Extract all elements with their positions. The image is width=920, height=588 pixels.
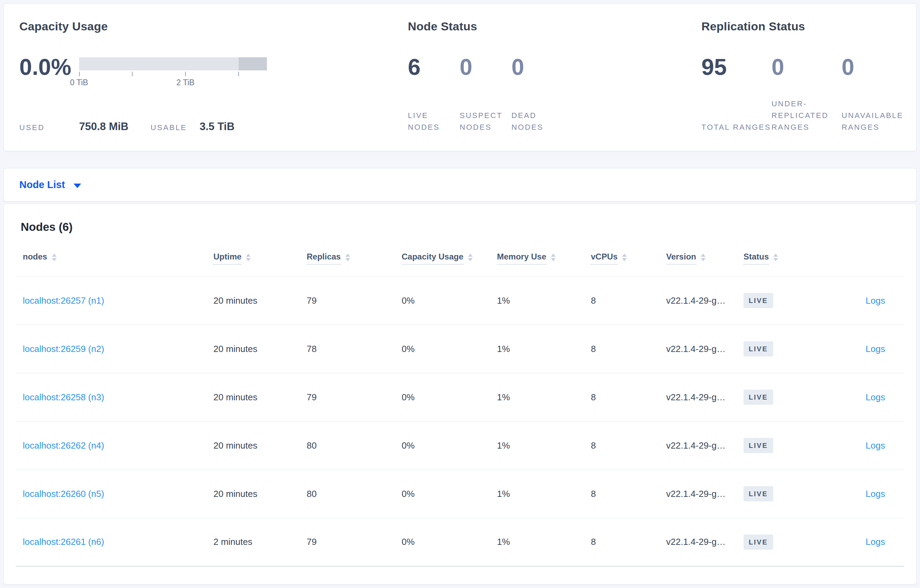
- table-header-row: nodes Uptime Replicas Capacity Usage: [16, 241, 904, 276]
- logs-link[interactable]: Logs: [866, 344, 885, 354]
- capacity-bar-dark-segment: [239, 57, 267, 70]
- capacity-axis-ticks: [79, 70, 267, 76]
- column-header-logs: [833, 241, 904, 276]
- capacity-usage-cell: 0%: [395, 373, 490, 421]
- table-row: localhost:26258 (n3)20 minutes790%1%8v22…: [16, 373, 904, 421]
- sort-icon: [52, 254, 57, 261]
- capacity-usage-section: Capacity Usage 0.0% 0 TiB 2 TiB: [19, 19, 408, 151]
- vcpus-cell: 8: [584, 373, 659, 421]
- uptime-cell: 20 minutes: [207, 276, 300, 325]
- memory-use-cell: 1%: [490, 276, 584, 325]
- suspect-nodes-label: SUSPECT NODES: [460, 110, 512, 133]
- sort-icon: [701, 254, 706, 261]
- status-badge: LIVE: [743, 341, 773, 357]
- sort-icon: [773, 254, 778, 261]
- uptime-cell: 20 minutes: [207, 325, 300, 373]
- capacity-bar: [79, 57, 267, 70]
- node-list-dropdown[interactable]: Node List: [19, 179, 81, 191]
- node-link[interactable]: localhost:26260 (n5): [23, 489, 104, 499]
- logs-link[interactable]: Logs: [866, 536, 885, 547]
- nodes-table-body: localhost:26257 (n1)20 minutes790%1%8v22…: [16, 276, 904, 566]
- column-header-memory-use[interactable]: Memory Use: [490, 241, 584, 276]
- node-link[interactable]: localhost:26258 (n3): [23, 392, 104, 402]
- column-header-uptime[interactable]: Uptime: [207, 241, 300, 276]
- cluster-overview-page: Capacity Usage 0.0% 0 TiB 2 TiB: [0, 0, 920, 588]
- node-list-dropdown-label: Node List: [19, 179, 65, 191]
- column-header-vcpus[interactable]: vCPUs: [584, 241, 659, 276]
- uptime-cell: 2 minutes: [207, 518, 300, 566]
- logs-link[interactable]: Logs: [866, 440, 885, 451]
- node-link[interactable]: localhost:26259 (n2): [23, 344, 104, 354]
- sort-icon: [345, 254, 350, 261]
- vcpus-cell: 8: [584, 518, 659, 566]
- under-replicated-ranges-label: UNDER-REPLICATED RANGES: [771, 98, 842, 133]
- replicas-cell: 79: [300, 518, 395, 566]
- dead-nodes-label: DEAD NODES: [512, 110, 563, 133]
- used-label: USED: [19, 123, 79, 132]
- node-list-dropdown-bar: Node List: [3, 168, 917, 202]
- column-header-status[interactable]: Status: [737, 241, 833, 276]
- capacity-usage-cell: 0%: [395, 276, 490, 325]
- unavailable-ranges-label: UNAVAILABLE RANGES: [842, 110, 912, 133]
- status-badge: LIVE: [743, 486, 773, 501]
- column-header-nodes[interactable]: nodes: [16, 241, 207, 276]
- node-link[interactable]: localhost:26262 (n4): [23, 440, 104, 451]
- status-badge: LIVE: [743, 389, 773, 405]
- replication-status-title: Replication Status: [701, 19, 916, 33]
- nodes-table: nodes Uptime Replicas Capacity Usage: [16, 241, 904, 567]
- suspect-nodes-value: 0: [460, 57, 512, 77]
- table-row: localhost:26261 (n6)2 minutes790%1%8v22.…: [16, 518, 904, 566]
- capacity-usage-cell: 0%: [395, 421, 490, 470]
- capacity-usage-cell: 0%: [395, 518, 490, 566]
- total-ranges-stat: 95 TOTAL RANGES: [701, 57, 771, 133]
- capacity-bar-chart: 0 TiB 2 TiB: [79, 57, 267, 88]
- node-status-section: Node Status 6 LIVE NODES 0 SUSPECT NODES…: [408, 19, 701, 151]
- memory-use-cell: 1%: [490, 421, 584, 470]
- sort-icon: [246, 254, 251, 261]
- sort-icon: [468, 254, 473, 261]
- vcpus-cell: 8: [584, 470, 659, 518]
- chevron-down-icon: [74, 184, 81, 188]
- node-link[interactable]: localhost:26261 (n6): [23, 536, 104, 547]
- suspect-nodes-stat: 0 SUSPECT NODES: [460, 57, 512, 133]
- live-nodes-stat: 6 LIVE NODES: [408, 57, 460, 133]
- table-row: localhost:26257 (n1)20 minutes790%1%8v22…: [16, 276, 904, 325]
- memory-use-cell: 1%: [490, 373, 584, 421]
- uptime-cell: 20 minutes: [207, 421, 300, 470]
- cluster-summary-panel: Capacity Usage 0.0% 0 TiB 2 TiB: [3, 3, 917, 151]
- vcpus-cell: 8: [584, 421, 659, 470]
- node-link[interactable]: localhost:26257 (n1): [23, 296, 104, 306]
- memory-use-cell: 1%: [490, 325, 584, 373]
- uptime-cell: 20 minutes: [207, 470, 300, 518]
- replication-status-section: Replication Status 95 TOTAL RANGES 0 UND…: [701, 19, 916, 151]
- version-cell: v22.1.4-29-g…: [659, 325, 737, 373]
- column-header-capacity-usage[interactable]: Capacity Usage: [395, 241, 490, 276]
- node-status-title: Node Status: [408, 19, 701, 33]
- capacity-usage-cell: 0%: [395, 325, 490, 373]
- nodes-table-title: Nodes (6): [21, 221, 904, 234]
- version-cell: v22.1.4-29-g…: [659, 373, 737, 421]
- total-ranges-label: TOTAL RANGES: [701, 121, 771, 133]
- uptime-cell: 20 minutes: [207, 373, 300, 421]
- version-cell: v22.1.4-29-g…: [659, 421, 737, 470]
- table-row: localhost:26260 (n5)20 minutes800%1%8v22…: [16, 470, 904, 518]
- table-row: localhost:26262 (n4)20 minutes800%1%8v22…: [16, 421, 904, 470]
- vcpus-cell: 8: [584, 276, 659, 325]
- replicas-cell: 80: [300, 470, 395, 518]
- memory-use-cell: 1%: [490, 518, 584, 566]
- live-nodes-value: 6: [408, 57, 460, 77]
- usable-value: 3.5 TiB: [199, 120, 235, 133]
- vcpus-cell: 8: [584, 325, 659, 373]
- status-badge: LIVE: [743, 438, 773, 453]
- logs-link[interactable]: Logs: [866, 489, 885, 499]
- dead-nodes-stat: 0 DEAD NODES: [512, 57, 563, 133]
- column-header-replicas[interactable]: Replicas: [300, 241, 395, 276]
- dead-nodes-value: 0: [512, 57, 563, 77]
- axis-label-2tib: 2 TiB: [177, 78, 194, 87]
- column-header-version[interactable]: Version: [659, 241, 737, 276]
- logs-link[interactable]: Logs: [866, 392, 885, 402]
- sort-icon: [551, 254, 556, 261]
- under-replicated-ranges-stat: 0 UNDER-REPLICATED RANGES: [771, 57, 842, 133]
- capacity-usage-cell: 0%: [395, 470, 490, 518]
- logs-link[interactable]: Logs: [866, 296, 885, 306]
